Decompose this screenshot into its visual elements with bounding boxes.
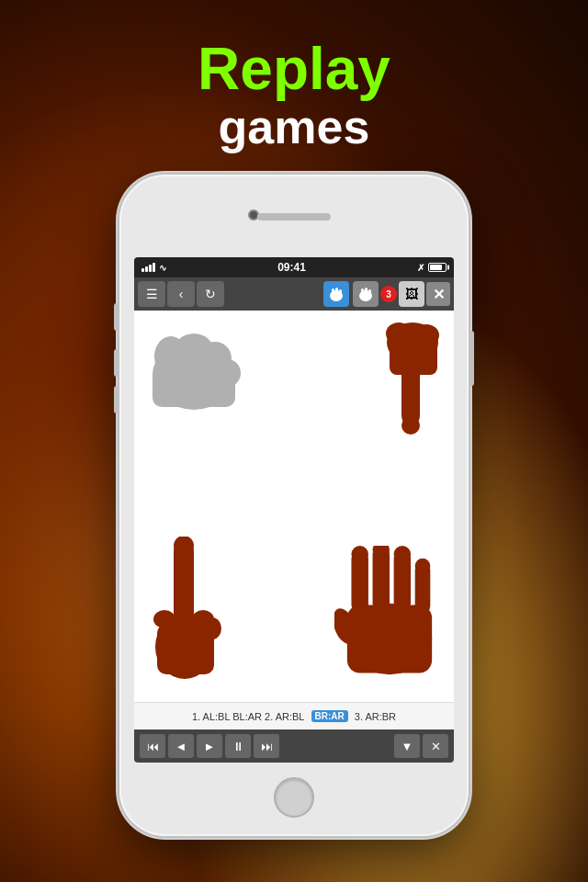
status-left: ∿: [141, 263, 166, 273]
bottom-controls: ⏮ ◄ ► ⏸ ⏭ ▼ ✕: [134, 729, 454, 763]
playback-controls: ⏮ ◄ ► ⏸ ⏭: [140, 734, 279, 758]
hand-brown-up: [148, 537, 221, 674]
phone-speaker: [257, 213, 331, 220]
replay-info-bar: 1. AL:BL BL:AR 2. AR:BL BR:AR 3. AR:BR: [134, 702, 454, 729]
back-button[interactable]: ‹: [167, 281, 195, 307]
play-button[interactable]: ►: [197, 734, 222, 758]
step-button[interactable]: ⏸: [225, 734, 251, 758]
menu-button[interactable]: ☰: [138, 281, 165, 307]
title-replay: Replay: [0, 37, 588, 101]
toolbar-close-button[interactable]: ✕: [426, 282, 450, 306]
down-button[interactable]: ▼: [394, 734, 420, 758]
brown-open-svg: [334, 546, 445, 682]
replay-text-1: 1. AL:BL BL:AR 2. AR:BL: [192, 711, 305, 722]
svg-rect-6: [365, 288, 368, 296]
replay-button[interactable]: ↻: [197, 281, 224, 307]
game-icon-active[interactable]: [323, 281, 349, 307]
hand-icon-active: [327, 285, 345, 303]
brown-up-svg: [148, 537, 221, 684]
phone-home-button[interactable]: [274, 777, 314, 818]
status-bar: ∿ 09:41 ✗: [134, 257, 454, 277]
battery-fill: [430, 265, 442, 270]
prev-button[interactable]: ◄: [168, 734, 194, 758]
svg-point-17: [413, 324, 439, 346]
hand-gray-fist: [143, 320, 244, 412]
brown-pointing-svg: [367, 315, 449, 435]
toolbar: ☰ ‹ ↻: [134, 277, 454, 311]
wifi-icon: ∿: [159, 263, 166, 273]
first-button[interactable]: ⏮: [140, 734, 165, 758]
hand-brown-pointing: [367, 315, 449, 425]
gray-fist-svg: [143, 320, 244, 412]
svg-point-22: [153, 610, 175, 628]
svg-point-35: [394, 546, 411, 562]
signal-bars: [141, 263, 155, 272]
close-button[interactable]: ✕: [423, 734, 448, 758]
svg-point-31: [351, 546, 368, 562]
status-time: 09:41: [277, 261, 306, 274]
utility-controls: ▼ ✕: [394, 734, 448, 758]
svg-rect-3: [339, 289, 342, 296]
svg-point-24: [203, 617, 221, 639]
replay-badge: BR:AR: [311, 710, 348, 722]
svg-rect-5: [361, 288, 364, 296]
svg-point-37: [415, 559, 431, 574]
hand-brown-open: [334, 546, 445, 684]
replay-text-2: 3. AR:BR: [355, 711, 396, 722]
notification-badge: 3: [380, 286, 397, 302]
phone-shell: ∿ 09:41 ✗ ☰ ‹ ↻: [119, 175, 469, 836]
last-button[interactable]: ⏭: [254, 734, 279, 758]
svg-rect-13: [153, 366, 235, 407]
phone-screen: ∿ 09:41 ✗ ☰ ‹ ↻: [134, 257, 454, 763]
game-icon-inactive[interactable]: [353, 281, 379, 307]
svg-point-26: [174, 537, 194, 556]
svg-point-16: [386, 322, 412, 345]
thumbnail: 🖼: [399, 281, 424, 307]
svg-rect-2: [335, 288, 338, 296]
battery-icon: [428, 263, 447, 272]
bluetooth-icon: ✗: [417, 263, 424, 273]
title-games: games: [0, 101, 588, 153]
game-area: [134, 311, 454, 702]
title-area: Replay games: [0, 37, 588, 154]
hand-icon-inactive: [356, 285, 375, 303]
svg-point-19: [401, 416, 420, 435]
avatar-zone: [323, 281, 379, 307]
svg-rect-1: [332, 288, 334, 296]
status-right: ✗: [417, 263, 447, 273]
svg-point-28: [347, 604, 432, 675]
svg-rect-7: [368, 289, 371, 296]
